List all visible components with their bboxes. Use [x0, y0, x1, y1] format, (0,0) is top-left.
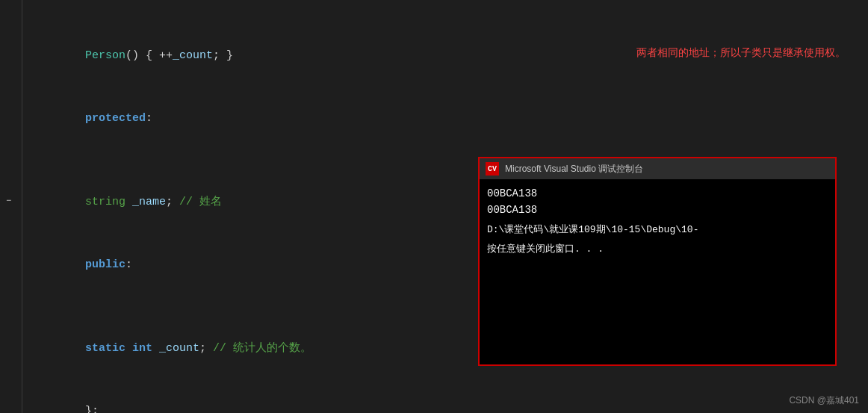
code-line-2: protected:: [31, 87, 868, 150]
console-app-icon: CV: [486, 162, 499, 176]
console-output-2: 00BCA138: [487, 202, 828, 218]
line-gutter: −: [0, 0, 22, 413]
code-line-1: Person() { ++_count; }: [31, 4, 868, 87]
console-output-1: 00BCA138: [487, 185, 828, 202]
annotation-text: 两者相同的地址；所以子类只是继承使用权。: [636, 46, 846, 60]
console-titlebar: CV Microsoft Visual Studio 调试控制台: [480, 158, 835, 179]
code-editor: Person() { ++_count; } protected: string…: [22, 0, 868, 413]
console-window[interactable]: CV Microsoft Visual Studio 调试控制台 00BCA13…: [478, 157, 837, 366]
console-title: Microsoft Visual Studio 调试控制台: [505, 163, 643, 176]
console-path-2: 按任意键关闭此窗口. . .: [487, 242, 828, 257]
collapse-icon[interactable]: −: [6, 196, 11, 206]
console-body: 00BCA138 00BCA138 D:\课堂代码\就业课109期\10-15\…: [480, 179, 835, 364]
csdn-watermark: CSDN @嘉城401: [789, 394, 859, 407]
console-path-1: D:\课堂代码\就业课109期\10-15\Debug\10-: [487, 223, 828, 237]
code-line-6: };: [31, 380, 868, 413]
main-container: （主局范围） ▼ − Person() { ++_count; } protec…: [0, 0, 868, 413]
